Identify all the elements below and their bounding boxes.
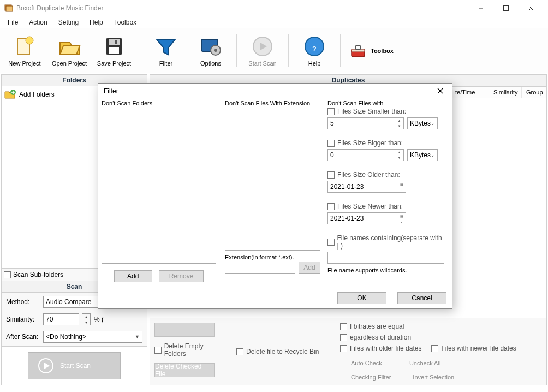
smaller-than-checkbox[interactable]	[327, 108, 335, 115]
dont-scan-folders-list[interactable]	[102, 108, 216, 264]
names-containing-checkbox[interactable]	[327, 239, 335, 246]
newer-than-picker[interactable]: ▦⌄	[397, 212, 406, 224]
wildcards-label: File name supports wildcards.	[327, 267, 444, 274]
cancel-button[interactable]: Cancel	[397, 292, 446, 304]
dont-scan-ext-list[interactable]	[225, 108, 320, 251]
bigger-than-spinner[interactable]: ▲▼	[395, 149, 404, 161]
newer-than-checkbox[interactable]	[327, 203, 335, 210]
ext-add-button[interactable]: Add	[299, 262, 320, 274]
dialog-titlebar[interactable]: Filter	[98, 84, 452, 98]
older-than-input[interactable]: 2021-01-23	[327, 181, 397, 193]
folders-remove-button[interactable]: Remove	[159, 270, 204, 282]
newer-than-input[interactable]: 2021-01-23	[327, 212, 397, 224]
folders-add-button[interactable]: Add	[114, 270, 152, 282]
ext-input[interactable]	[225, 262, 295, 274]
names-containing-input[interactable]	[327, 252, 444, 264]
older-than-picker[interactable]: ▦⌄	[397, 181, 406, 193]
filter-dialog: Filter Don't Scan Folders Add Remove Don…	[98, 83, 452, 309]
dont-scan-folders-label: Don't Scan Folders	[102, 100, 216, 106]
dialog-close-button[interactable]	[432, 85, 448, 97]
older-than-checkbox[interactable]	[327, 171, 335, 179]
dialog-overlay: Filter Don't Scan Folders Add Remove Don…	[0, 0, 548, 392]
bigger-unit-combo[interactable]: KBytes⌄	[407, 149, 438, 161]
smaller-unit-combo[interactable]: KBytes⌄	[407, 117, 438, 129]
smaller-than-input[interactable]: 5	[327, 117, 395, 129]
dont-scan-files-with-label: Don't Scan Files with	[327, 100, 444, 106]
calendar-icon: ▦	[397, 213, 406, 218]
dont-scan-ext-label: Don't Scan Files With Extension	[225, 100, 320, 106]
calendar-icon: ▦	[397, 181, 406, 187]
bigger-than-checkbox[interactable]	[327, 140, 335, 147]
ok-button[interactable]: OK	[337, 292, 386, 304]
dialog-title: Filter	[104, 87, 432, 95]
ext-format-label: Extension(in format *.ext).	[225, 254, 320, 260]
smaller-than-spinner[interactable]: ▲▼	[395, 117, 404, 129]
bigger-than-input[interactable]: 0	[327, 149, 395, 161]
